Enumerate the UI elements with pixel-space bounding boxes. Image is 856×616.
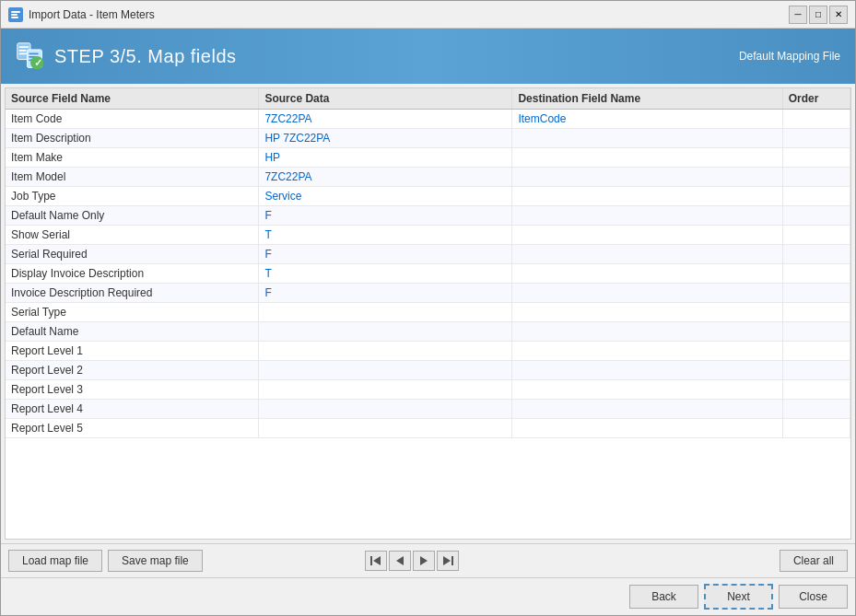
table-row[interactable]: Item Model7ZC22PA [6, 168, 850, 187]
order-cell [782, 226, 850, 245]
close-footer-button[interactable]: Close [779, 585, 848, 609]
col-header-destination: Destination Field Name [512, 88, 782, 110]
table-row[interactable]: Default Name OnlyF [6, 206, 850, 226]
first-record-button[interactable] [365, 551, 387, 571]
header-bar: ✓ STEP 3/5. Map fields Default Mapping F… [1, 29, 855, 84]
table-row[interactable]: Invoice Description RequiredF [6, 284, 850, 303]
order-cell [782, 284, 850, 303]
source-field-cell: Default Name Only [6, 206, 259, 226]
destination-cell [512, 187, 782, 206]
order-cell [782, 380, 850, 400]
source-data-cell [259, 380, 512, 400]
order-cell [782, 187, 850, 206]
source-data-cell: Service [259, 187, 512, 206]
table-row[interactable]: Item MakeHP [6, 148, 850, 168]
table-row[interactable]: Report Level 1 [6, 342, 850, 361]
source-data-cell: 7ZC22PA [259, 168, 512, 187]
destination-cell [512, 303, 782, 322]
prev-icon [393, 554, 406, 567]
next-button[interactable]: Next [704, 584, 773, 610]
table-row[interactable]: Report Level 5 [6, 419, 850, 438]
table-row[interactable]: Serial RequiredF [6, 245, 850, 264]
table-row[interactable]: Item Code7ZC22PAItemCode [6, 110, 850, 129]
table-row[interactable]: Item DescriptionHP 7ZC22PA [6, 129, 850, 148]
destination-cell [512, 245, 782, 264]
destination-cell [512, 264, 782, 284]
back-button[interactable]: Back [629, 585, 698, 609]
table-row[interactable]: Report Level 3 [6, 380, 850, 400]
source-data-cell: HP 7ZC22PA [259, 129, 512, 148]
clear-all-button[interactable]: Clear all [780, 550, 848, 572]
order-cell [782, 322, 850, 342]
source-field-cell: Show Serial [6, 226, 259, 245]
minimize-button[interactable]: ─ [789, 6, 807, 24]
order-cell [782, 245, 850, 264]
destination-cell [512, 129, 782, 148]
destination-cell [512, 342, 782, 361]
source-field-cell: Serial Type [6, 303, 259, 322]
svg-rect-18 [451, 556, 453, 565]
close-button[interactable]: ✕ [829, 6, 848, 24]
table-row[interactable]: Serial Type [6, 303, 850, 322]
source-field-cell: Invoice Description Required [6, 284, 259, 303]
title-bar: Import Data - Item Meters ─ □ ✕ [1, 1, 855, 29]
svg-rect-7 [19, 52, 28, 54]
svg-rect-3 [11, 17, 18, 18]
destination-cell [512, 419, 782, 438]
header-left: ✓ STEP 3/5. Map fields [16, 41, 237, 71]
table-row[interactable]: Job TypeService [6, 187, 850, 206]
order-cell [782, 303, 850, 322]
table-row[interactable]: Display Invoice DescriptionT [6, 264, 850, 284]
source-data-cell [259, 342, 512, 361]
svg-marker-19 [443, 556, 451, 565]
fields-table: Source Field Name Source Data Destinatio… [6, 88, 850, 438]
order-cell [782, 342, 850, 361]
save-map-file-button[interactable]: Save map file [108, 550, 203, 572]
table-row[interactable]: Show SerialT [6, 226, 850, 245]
svg-rect-5 [19, 46, 29, 48]
source-field-cell: Default Name [6, 322, 259, 342]
app-icon [8, 7, 23, 22]
fields-table-container[interactable]: Source Field Name Source Data Destinatio… [5, 87, 851, 540]
svg-rect-1 [11, 11, 20, 13]
svg-marker-16 [396, 556, 404, 565]
source-field-cell: Item Description [6, 129, 259, 148]
destination-cell: ItemCode [512, 110, 782, 129]
order-cell [782, 110, 850, 129]
svg-rect-14 [370, 556, 372, 565]
table-row[interactable]: Default Name [6, 322, 850, 342]
source-field-cell: Serial Required [6, 245, 259, 264]
next-nav-icon [417, 554, 430, 567]
next-record-button[interactable] [413, 551, 435, 571]
last-record-button[interactable] [437, 551, 459, 571]
source-field-cell: Report Level 5 [6, 419, 259, 438]
load-map-file-button[interactable]: Load map file [8, 550, 102, 572]
order-cell [782, 361, 850, 380]
window-controls: ─ □ ✕ [789, 6, 848, 24]
col-header-order: Order [782, 88, 850, 110]
maximize-button[interactable]: □ [809, 6, 827, 24]
svg-marker-15 [373, 556, 381, 565]
table-row[interactable]: Report Level 2 [6, 361, 850, 380]
header-mapping-label: Default Mapping File [739, 50, 840, 63]
col-header-source-field: Source Field Name [6, 88, 259, 110]
destination-cell [512, 400, 782, 419]
footer-bar: Back Next Close [1, 577, 855, 615]
svg-rect-9 [29, 52, 39, 54]
source-field-cell: Report Level 2 [6, 361, 259, 380]
col-header-source-data: Source Data [259, 88, 512, 110]
source-data-cell: F [259, 206, 512, 226]
table-row[interactable]: Report Level 4 [6, 400, 850, 419]
last-icon [441, 554, 454, 567]
destination-cell [512, 148, 782, 168]
table-body: Item Code7ZC22PAItemCodeItem Description… [6, 110, 850, 438]
first-icon [369, 554, 382, 567]
header-title: STEP 3/5. Map fields [54, 46, 237, 67]
destination-cell [512, 322, 782, 342]
source-field-cell: Item Make [6, 148, 259, 168]
prev-record-button[interactable] [389, 551, 411, 571]
navigation-controls [365, 551, 459, 571]
destination-cell [512, 284, 782, 303]
bottom-bar: Load map file Save map file [1, 543, 855, 577]
destination-cell [512, 361, 782, 380]
